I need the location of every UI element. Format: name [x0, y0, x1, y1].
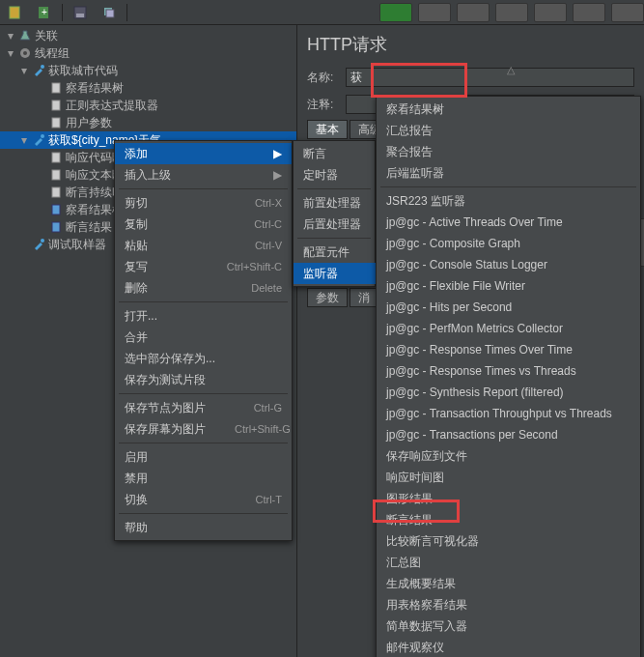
- menu-item-label: 选中部分保存为...: [125, 351, 215, 367]
- menu-item[interactable]: 禁用: [115, 468, 292, 489]
- menu-item-label: 后端监听器: [386, 165, 444, 182]
- menu-item[interactable]: 汇总报告: [377, 120, 640, 141]
- menu-item[interactable]: 保存屏幕为图片Ctrl+Shift-G: [115, 418, 292, 440]
- menu-item[interactable]: 粘贴Ctrl-V: [115, 235, 292, 256]
- submenu-arrow-icon: ▶: [273, 168, 282, 182]
- page-title: HTTP请求: [307, 33, 634, 56]
- menu-item[interactable]: 添加▶: [115, 143, 292, 164]
- tab-basic[interactable]: 基本: [307, 120, 348, 139]
- menu-item[interactable]: 保存为测试片段: [115, 369, 292, 390]
- menu-item[interactable]: jp@gc - Transactions per Second: [377, 424, 640, 445]
- toolbar-plus-icon[interactable]: +: [33, 3, 56, 22]
- menu-item[interactable]: 汇总图: [377, 552, 640, 573]
- menu-item[interactable]: jp@gc - Composite Graph: [377, 233, 640, 254]
- menu-item[interactable]: 复写Ctrl+Shift-C: [115, 256, 292, 277]
- menu-item[interactable]: 插入上级▶: [115, 164, 292, 186]
- menu-item[interactable]: 聚合报告: [377, 141, 640, 162]
- menu-item-label: 前置处理器: [303, 195, 361, 212]
- menu-item[interactable]: jp@gc - Console Status Logger: [377, 254, 640, 275]
- menu-item[interactable]: jp@gc - PerfMon Metrics Collector: [377, 318, 640, 339]
- toolbar-button-4[interactable]: [495, 3, 528, 22]
- menu-item-label: 打开...: [125, 308, 157, 325]
- twisty-icon[interactable]: ▾: [17, 64, 31, 77]
- menu-item[interactable]: jp@gc - Flexible File Writer: [377, 275, 640, 297]
- menu-item[interactable]: 合并: [115, 327, 292, 348]
- menu-item-label: 察看结果树: [386, 101, 444, 118]
- menu-item[interactable]: jp@gc - Synthesis Report (filtered): [377, 382, 640, 403]
- doc-icon: [48, 116, 64, 129]
- tree-item[interactable]: ▾获取城市代码: [0, 62, 296, 79]
- menu-item[interactable]: jp@gc - Transaction Throughput vs Thread…: [377, 403, 640, 424]
- menu-item[interactable]: 后端监听器: [377, 162, 640, 184]
- menu-item[interactable]: 帮助: [115, 517, 292, 538]
- menu-item[interactable]: jp@gc - Response Times vs Threads: [377, 360, 640, 382]
- toolbar-disk-icon[interactable]: [69, 3, 92, 22]
- menu-item-label: 生成概要结果: [386, 576, 456, 592]
- shortcut-label: Ctrl-V: [255, 240, 282, 251]
- menu-item-label: jp@gc - Response Times vs Threads: [386, 364, 576, 378]
- menu-item[interactable]: 生成概要结果: [377, 573, 640, 594]
- toolbar-button-5[interactable]: [534, 3, 567, 22]
- twisty-icon[interactable]: ▾: [4, 29, 17, 43]
- doc-icon: [48, 186, 64, 199]
- menu-item[interactable]: 用表格察看结果: [377, 594, 640, 615]
- svg-point-8: [23, 51, 27, 55]
- toolbar-button-7[interactable]: [611, 3, 644, 22]
- menu-item-label: 删除: [125, 280, 148, 297]
- menu-item-label: 后置处理器: [303, 216, 361, 233]
- subtab-params[interactable]: 参数: [307, 288, 348, 307]
- menu-item-label: 聚合报告: [386, 144, 433, 160]
- tree-root[interactable]: ▾ 关联: [0, 27, 296, 44]
- toolbar-run-button[interactable]: [379, 3, 412, 22]
- toolbar-button-3[interactable]: [457, 3, 490, 22]
- menu-item[interactable]: 比较断言可视化器: [377, 530, 640, 552]
- menu-item[interactable]: 保存响应到文件: [377, 445, 640, 467]
- svg-rect-12: [52, 118, 60, 128]
- menu-item[interactable]: 简单数据写入器: [377, 615, 640, 637]
- menu-item[interactable]: 断言结果: [377, 509, 640, 530]
- toolbar-file-icon[interactable]: [4, 3, 27, 22]
- menu-item[interactable]: 复制Ctrl-C: [115, 214, 292, 235]
- tree-item[interactable]: 用户参数: [0, 114, 296, 131]
- menu-item[interactable]: 图形结果: [377, 488, 640, 509]
- menu-item[interactable]: 删除Delete: [115, 277, 292, 299]
- menu-item[interactable]: JSR223 监听器: [377, 190, 640, 212]
- tree-item[interactable]: 察看结果树: [0, 79, 296, 97]
- name-input[interactable]: [346, 68, 634, 87]
- toolbar-button-2[interactable]: [418, 3, 451, 22]
- menu-item-label: 合并: [125, 329, 148, 346]
- doc-blue-icon: [48, 220, 64, 234]
- tree-item[interactable]: ▾线程组: [0, 44, 296, 62]
- menu-item-label: 禁用: [125, 471, 148, 487]
- doc-icon: [48, 151, 64, 164]
- menu-item[interactable]: 响应时间图: [377, 467, 640, 488]
- tree-item[interactable]: 正则表达式提取器: [0, 97, 296, 114]
- menu-item-label: 邮件观察仪: [386, 640, 444, 656]
- menu-item[interactable]: 保存节点为图片Ctrl-G: [115, 397, 292, 418]
- menu-item[interactable]: 剪切Ctrl-X: [115, 192, 292, 214]
- toolbar-button-6[interactable]: [573, 3, 605, 22]
- menu-item[interactable]: 察看结果树: [377, 99, 640, 120]
- doc-icon: [48, 81, 64, 95]
- tree-item-label: 断言结果: [66, 219, 112, 236]
- twisty-icon[interactable]: ▾: [4, 46, 17, 60]
- menu-item[interactable]: 启用: [115, 446, 292, 468]
- shortcut-label: Ctrl+Shift-G: [235, 423, 291, 435]
- menu-item[interactable]: 选中部分保存为...: [115, 348, 292, 369]
- tree-item-label: 正则表达式提取器: [66, 98, 158, 114]
- menu-item[interactable]: 邮件观察仪: [377, 637, 640, 657]
- subtab-body[interactable]: 消: [350, 288, 378, 307]
- menu-item-label: 剪切: [125, 195, 148, 212]
- menu-item[interactable]: jp@gc - Hits per Second: [377, 297, 640, 318]
- menu-item[interactable]: 切换Ctrl-T: [115, 489, 292, 510]
- menu-item-label: jp@gc - Hits per Second: [386, 300, 512, 314]
- menu-item[interactable]: 打开...: [115, 305, 292, 327]
- name-label: 名称:: [307, 70, 346, 86]
- twisty-icon[interactable]: ▾: [17, 133, 31, 147]
- menu-item[interactable]: jp@gc - Active Threads Over Time: [377, 212, 640, 233]
- toolbar-copy-icon[interactable]: [98, 3, 121, 22]
- menu-item-label: jp@gc - Console Status Logger: [386, 258, 547, 271]
- menu-item[interactable]: jp@gc - Response Times Over Time: [377, 339, 640, 360]
- svg-rect-6: [106, 10, 114, 17]
- context-menu: 添加▶插入上级▶剪切Ctrl-X复制Ctrl-C粘贴Ctrl-V复写Ctrl+S…: [114, 140, 293, 541]
